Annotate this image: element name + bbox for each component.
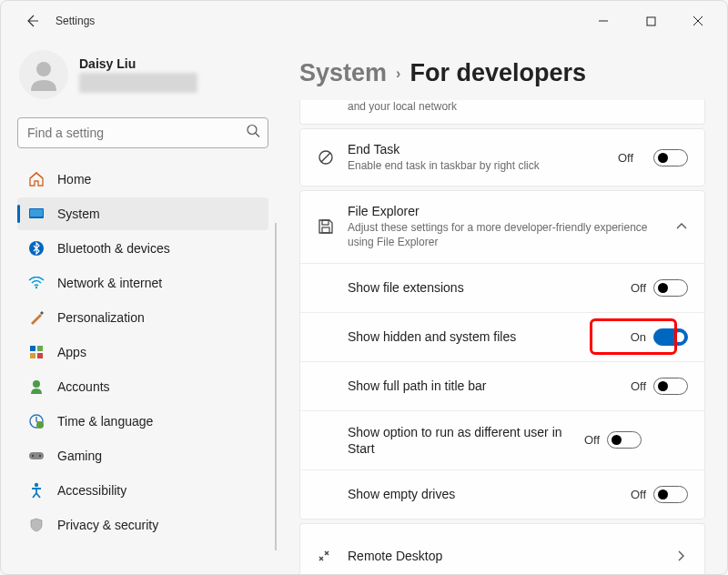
svg-line-4 bbox=[256, 134, 259, 137]
sidebar-item-home[interactable]: Home bbox=[17, 163, 268, 196]
avatar bbox=[19, 50, 68, 99]
window-controls bbox=[591, 8, 720, 34]
content-area: System › For developers and your local n… bbox=[281, 41, 727, 574]
svg-rect-6 bbox=[30, 209, 43, 217]
end-task-title: End Task bbox=[348, 142, 605, 156]
search-input[interactable] bbox=[18, 118, 237, 147]
svg-point-17 bbox=[32, 455, 34, 457]
close-icon bbox=[693, 15, 703, 26]
svg-point-18 bbox=[39, 455, 41, 457]
save-icon bbox=[317, 217, 335, 236]
accessibility-icon bbox=[28, 482, 45, 499]
setting-label: Show option to run as different user in … bbox=[348, 424, 584, 457]
nav-list: Home System Bluetooth & devices Network … bbox=[17, 163, 268, 541]
setting-toggle[interactable] bbox=[653, 328, 688, 346]
title-bar: Settings bbox=[1, 1, 727, 41]
sidebar-item-label: Apps bbox=[57, 345, 86, 359]
setting-show-file-extensions: Show file extensions Off bbox=[300, 263, 704, 312]
maximize-button[interactable] bbox=[638, 8, 663, 34]
sidebar-item-label: Privacy & security bbox=[57, 518, 158, 532]
setting-toggle[interactable] bbox=[653, 279, 688, 297]
back-button[interactable] bbox=[19, 8, 45, 34]
sidebar-item-label: Accounts bbox=[57, 379, 110, 394]
breadcrumb: System › For developers bbox=[299, 59, 705, 87]
shield-icon bbox=[28, 517, 45, 533]
svg-point-8 bbox=[35, 287, 37, 288]
setting-state: Off bbox=[631, 281, 646, 295]
app-title: Settings bbox=[56, 15, 95, 27]
svg-point-15 bbox=[36, 421, 44, 429]
remote-desktop-card[interactable]: Remote Desktop bbox=[299, 523, 705, 574]
svg-rect-22 bbox=[322, 220, 329, 225]
page-title: For developers bbox=[410, 59, 586, 87]
sidebar-item-label: Accessibility bbox=[57, 483, 126, 498]
chevron-right-icon[interactable] bbox=[675, 550, 688, 562]
sidebar-item-privacy[interactable]: Privacy & security bbox=[17, 509, 268, 541]
file-explorer-title: File Explorer bbox=[348, 204, 662, 218]
file-explorer-header[interactable]: File Explorer Adjust these settings for … bbox=[300, 191, 704, 262]
maximize-icon bbox=[646, 16, 656, 26]
sidebar-item-accessibility[interactable]: Accessibility bbox=[17, 474, 268, 507]
sidebar-item-label: Personalization bbox=[57, 310, 145, 325]
setting-state: On bbox=[631, 330, 646, 344]
svg-line-21 bbox=[321, 153, 330, 162]
search-icon bbox=[247, 125, 260, 142]
sidebar-item-system[interactable]: System bbox=[17, 197, 268, 230]
settings-scroll[interactable]: and your local network End Task Enable e… bbox=[299, 100, 705, 574]
file-explorer-card: File Explorer Adjust these settings for … bbox=[299, 190, 705, 520]
sidebar-item-bluetooth[interactable]: Bluetooth & devices bbox=[17, 232, 268, 265]
end-task-state: Off bbox=[618, 151, 633, 165]
home-icon bbox=[28, 171, 45, 187]
sidebar-item-time-language[interactable]: Time & language bbox=[17, 405, 268, 438]
svg-rect-10 bbox=[37, 346, 43, 351]
system-icon bbox=[28, 206, 45, 222]
setting-toggle[interactable] bbox=[607, 431, 642, 449]
setting-label: Show empty drives bbox=[348, 486, 631, 502]
sidebar-item-accounts[interactable]: Accounts bbox=[17, 370, 268, 403]
svg-rect-23 bbox=[322, 227, 329, 233]
svg-rect-9 bbox=[30, 346, 35, 351]
paint-icon bbox=[28, 309, 45, 326]
breadcrumb-parent[interactable]: System bbox=[299, 59, 387, 87]
svg-rect-16 bbox=[29, 452, 44, 459]
setting-toggle[interactable] bbox=[653, 378, 688, 395]
chevron-right-icon: › bbox=[396, 66, 400, 82]
sidebar-item-personalization[interactable]: Personalization bbox=[17, 301, 268, 334]
sidebar-item-network[interactable]: Network & internet bbox=[17, 267, 268, 299]
setting-label: Show hidden and system files bbox=[348, 328, 631, 345]
close-button[interactable] bbox=[685, 8, 711, 34]
profile-section[interactable]: Daisy Liu bbox=[17, 46, 268, 116]
file-explorer-subtitle: Adjust these settings for a more develop… bbox=[348, 220, 662, 249]
end-task-toggle[interactable] bbox=[653, 149, 688, 166]
remote-desktop-icon bbox=[317, 547, 335, 565]
sidebar-item-label: Home bbox=[57, 172, 91, 187]
svg-rect-12 bbox=[37, 353, 43, 358]
setting-toggle[interactable] bbox=[653, 486, 688, 503]
wifi-icon bbox=[28, 275, 45, 291]
setting-state: Off bbox=[631, 379, 646, 393]
sidebar-item-label: System bbox=[57, 207, 100, 221]
chevron-up-icon[interactable] bbox=[675, 220, 688, 233]
minimize-button[interactable] bbox=[591, 8, 616, 34]
bluetooth-icon bbox=[28, 240, 45, 257]
gamepad-icon bbox=[28, 448, 45, 464]
setting-show-full-path: Show full path in title bar Off bbox=[300, 361, 704, 410]
setting-state: Off bbox=[631, 488, 646, 501]
svg-point-3 bbox=[248, 126, 257, 135]
svg-point-2 bbox=[36, 62, 51, 76]
sidebar-item-label: Time & language bbox=[57, 414, 153, 429]
setting-run-as-different-user: Show option to run as different user in … bbox=[300, 410, 704, 469]
sidebar-scrollbar[interactable] bbox=[275, 223, 277, 550]
prohibit-icon bbox=[317, 148, 335, 166]
profile-name: Daisy Liu bbox=[79, 56, 197, 71]
sidebar: Daisy Liu Home System Bluetooth & devi bbox=[1, 41, 281, 574]
partial-subtitle: and your local network bbox=[300, 100, 704, 124]
account-icon bbox=[28, 378, 45, 395]
end-task-card[interactable]: End Task Enable end task in taskbar by r… bbox=[299, 128, 705, 187]
sidebar-item-apps[interactable]: Apps bbox=[17, 336, 268, 368]
setting-show-empty-drives: Show empty drives Off bbox=[300, 469, 704, 519]
end-task-subtitle: Enable end task in taskbar by right clic… bbox=[348, 158, 605, 173]
person-icon bbox=[25, 56, 62, 93]
search-box[interactable] bbox=[17, 117, 268, 148]
sidebar-item-gaming[interactable]: Gaming bbox=[17, 439, 268, 472]
